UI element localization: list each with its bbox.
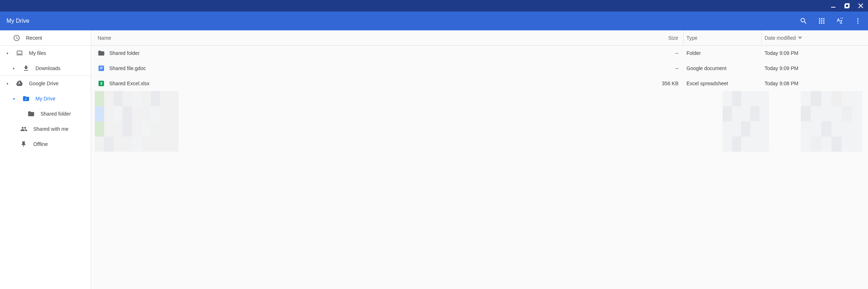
sidebar-item-shared-with-me[interactable]: Shared with me bbox=[0, 121, 91, 137]
page-title: My Drive bbox=[7, 18, 29, 24]
app-header: My Drive A Z bbox=[0, 12, 868, 30]
gdoc-icon bbox=[98, 65, 105, 72]
blurred-type-column bbox=[723, 91, 769, 152]
download-icon bbox=[22, 65, 30, 72]
file-name: Shared Excel.xlsx bbox=[109, 81, 149, 86]
sort-az-button[interactable]: A Z bbox=[835, 17, 844, 25]
column-header-type[interactable]: Type bbox=[684, 30, 762, 45]
chevron-right-icon: ▸ bbox=[13, 66, 17, 70]
sidebar-item-downloads[interactable]: ▸ Downloads bbox=[0, 61, 91, 76]
folder-icon bbox=[98, 49, 105, 57]
clock-icon bbox=[13, 34, 20, 42]
svg-text:X: X bbox=[100, 82, 103, 86]
svg-point-10 bbox=[857, 18, 858, 20]
table-header: Name Size Type Date modified bbox=[91, 30, 868, 46]
chevron-down-icon: ▾ bbox=[7, 51, 10, 55]
sidebar-item-recent[interactable]: Recent bbox=[0, 30, 91, 46]
sidebar-item-google-drive[interactable]: ▾ Google Drive bbox=[0, 76, 91, 91]
sidebar-item-label: Shared folder bbox=[41, 111, 71, 117]
sidebar-item-label: My Drive bbox=[35, 96, 55, 102]
sort-desc-icon bbox=[798, 36, 802, 40]
table-row[interactable]: Shared file.gdoc--Google documentToday 9… bbox=[91, 61, 868, 76]
minimize-icon bbox=[830, 3, 836, 9]
sidebar-item-my-files[interactable]: ▾ My files bbox=[0, 46, 91, 61]
file-date: Today 9:09 PM bbox=[762, 50, 868, 56]
column-header-name[interactable]: Name bbox=[91, 35, 620, 41]
blurred-date-column bbox=[801, 91, 862, 152]
sidebar-item-my-drive[interactable]: ▾ My Drive bbox=[0, 91, 91, 106]
svg-point-12 bbox=[857, 22, 858, 23]
search-icon bbox=[800, 17, 808, 25]
file-name: Shared folder bbox=[109, 50, 140, 56]
content-area: Name Size Type Date modified Shared fold… bbox=[91, 30, 868, 289]
file-date: Today 9:09 PM bbox=[762, 65, 868, 71]
file-size: -- bbox=[620, 61, 684, 76]
file-size: -- bbox=[620, 46, 684, 61]
window-close-button[interactable] bbox=[856, 1, 865, 10]
chevron-down-icon: ▾ bbox=[13, 97, 17, 101]
folder-icon bbox=[27, 110, 35, 117]
sidebar-item-offline[interactable]: Offline bbox=[0, 137, 91, 152]
sidebar-item-label: Shared with me bbox=[33, 126, 68, 132]
more-menu-button[interactable] bbox=[854, 17, 862, 25]
view-grid-button[interactable] bbox=[817, 17, 826, 25]
sort-az-icon: A Z bbox=[836, 17, 844, 25]
folder-drive-icon bbox=[22, 95, 30, 102]
file-type: Excel spreadsheet bbox=[684, 76, 762, 91]
svg-rect-13 bbox=[17, 51, 22, 54]
chevron-down-icon: ▾ bbox=[7, 82, 10, 86]
svg-rect-16 bbox=[100, 67, 103, 67]
laptop-icon bbox=[16, 49, 23, 57]
sidebar: Recent ▾ My files ▸ Downloads ▾ Google D… bbox=[0, 30, 91, 289]
table-row[interactable]: XShared Excel.xlsx356 KBExcel spreadshee… bbox=[91, 76, 868, 91]
svg-rect-17 bbox=[100, 68, 103, 68]
sidebar-item-label: My files bbox=[29, 50, 46, 56]
file-type: Folder bbox=[684, 46, 762, 61]
more-vert-icon bbox=[854, 17, 861, 25]
file-name: Shared file.gdoc bbox=[109, 65, 146, 71]
xlsx-icon: X bbox=[98, 80, 105, 87]
blurred-name-column bbox=[95, 91, 179, 152]
svg-text:Z: Z bbox=[840, 20, 842, 25]
column-header-date[interactable]: Date modified bbox=[762, 35, 868, 41]
pin-icon bbox=[20, 141, 27, 148]
blurred-rows bbox=[91, 91, 868, 152]
sidebar-item-label: Downloads bbox=[35, 65, 60, 71]
grid-icon bbox=[818, 17, 825, 25]
file-type: Google document bbox=[684, 61, 762, 76]
drive-icon bbox=[16, 80, 23, 87]
file-date: Today 9:08 PM bbox=[762, 81, 868, 86]
main-split: Recent ▾ My files ▸ Downloads ▾ Google D… bbox=[0, 30, 868, 289]
sidebar-item-label: Recent bbox=[26, 35, 42, 41]
sidebar-item-label: Google Drive bbox=[29, 81, 59, 86]
table-body: Shared folder--FolderToday 9:09 PMShared… bbox=[91, 46, 868, 91]
search-button[interactable] bbox=[799, 17, 808, 25]
svg-rect-18 bbox=[100, 69, 102, 69]
window-restore-button[interactable] bbox=[843, 1, 851, 10]
sidebar-item-label: Offline bbox=[33, 141, 48, 147]
file-size: 356 KB bbox=[620, 76, 684, 91]
people-icon bbox=[20, 125, 27, 133]
restore-icon bbox=[844, 3, 850, 9]
window-minimize-button[interactable] bbox=[829, 1, 838, 10]
sidebar-item-shared-folder[interactable]: Shared folder bbox=[0, 106, 91, 121]
header-actions: A Z bbox=[799, 17, 864, 25]
table-row[interactable]: Shared folder--FolderToday 9:09 PM bbox=[91, 46, 868, 61]
close-icon bbox=[858, 3, 864, 9]
window-titlebar bbox=[0, 0, 868, 12]
column-header-size[interactable]: Size bbox=[620, 30, 684, 45]
svg-point-11 bbox=[857, 20, 858, 21]
